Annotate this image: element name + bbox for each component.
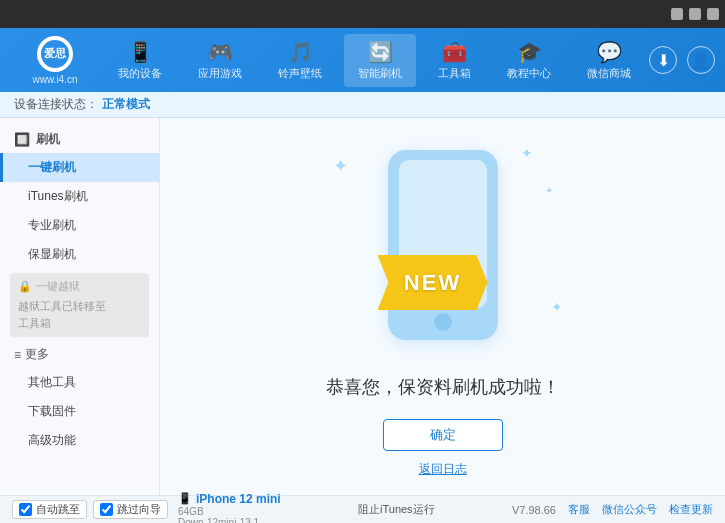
title-bar <box>0 0 725 28</box>
lock-icon: 🔒 <box>18 280 32 293</box>
itunes-status: 阻止iTunes运行 <box>358 502 435 517</box>
device-name: iPhone 12 mini <box>196 492 281 506</box>
sidebar-item-one-key-flash[interactable]: 一键刷机 <box>0 153 159 182</box>
nav-my-device[interactable]: 📱 我的设备 <box>104 34 176 87</box>
status-value: 正常模式 <box>102 96 150 113</box>
device-icon: 📱 <box>178 492 192 505</box>
nav-toolbox[interactable]: 🧰 工具箱 <box>424 34 485 87</box>
sidebar-item-pro-flash[interactable]: 专业刷机 <box>0 211 159 240</box>
success-title: 恭喜您，保资料刷机成功啦！ <box>326 375 560 399</box>
nav-apps-games-label: 应用游戏 <box>198 66 242 81</box>
sidebar-item-advanced[interactable]: 高级功能 <box>0 426 159 455</box>
device-storage: 64GB <box>178 506 281 517</box>
flash-section-title: 🔲 刷机 <box>0 126 159 153</box>
more-section-title: ≡ 更多 <box>0 341 159 368</box>
nav-smart-flash[interactable]: 🔄 智能刷机 <box>344 34 416 87</box>
toolbox-icon: 🧰 <box>442 40 467 64</box>
bottom-right: V7.98.66 客服 微信公众号 检查更新 <box>512 502 713 517</box>
logo-area: 爱思 www.i4.cn <box>10 36 100 85</box>
my-device-icon: 📱 <box>128 40 153 64</box>
wechat-link[interactable]: 微信公众号 <box>602 502 657 517</box>
phone-home-button <box>434 313 452 331</box>
bottom-center: 阻止iTunes运行 <box>358 502 435 517</box>
sidebar-item-itunes-flash[interactable]: iTunes刷机 <box>0 182 159 211</box>
device-firmware: Down-12mini-13,1 <box>178 517 281 524</box>
ringtone-icon: 🎵 <box>288 40 313 64</box>
nav-wechat-shop[interactable]: 💬 微信商城 <box>573 34 645 87</box>
nav-ringtone-label: 铃声壁纸 <box>278 66 322 81</box>
sidebar-item-download-firmware[interactable]: 下载固件 <box>0 397 159 426</box>
device-info-left: 📱 iPhone 12 mini 64GB Down-12mini-13,1 <box>178 492 281 524</box>
skip-wizard-input[interactable] <box>100 503 113 516</box>
maximize-button[interactable] <box>689 8 701 20</box>
nav-tutorial[interactable]: 🎓 教程中心 <box>493 34 565 87</box>
skip-wizard-checkbox[interactable]: 跳过向导 <box>93 500 168 519</box>
user-button[interactable]: 👤 <box>687 46 715 74</box>
nav-right-buttons: ⬇ 👤 <box>649 46 715 74</box>
nav-items: 📱 我的设备 🎮 应用游戏 🎵 铃声壁纸 🔄 智能刷机 🧰 工具箱 🎓 教程中心… <box>100 34 649 87</box>
nav-toolbox-label: 工具箱 <box>438 66 471 81</box>
auto-jump-checkbox[interactable]: 自动跳至 <box>12 500 87 519</box>
status-label: 设备连接状态： <box>14 96 98 113</box>
logo-url: www.i4.cn <box>32 74 77 85</box>
success-illustration: ✦ ✦ ✦ ✦ NEW <box>303 135 583 355</box>
close-button[interactable] <box>707 8 719 20</box>
version-text: V7.98.66 <box>512 504 556 516</box>
more-icon: ≡ <box>14 348 21 362</box>
sparkle-1: ✦ <box>333 155 348 177</box>
nav-tutorial-label: 教程中心 <box>507 66 551 81</box>
tutorial-icon: 🎓 <box>517 40 542 64</box>
wechat-shop-icon: 💬 <box>597 40 622 64</box>
main-layout: 🔲 刷机 一键刷机 iTunes刷机 专业刷机 保显刷机 🔒 一键越狱 越狱工具… <box>0 118 725 495</box>
jailbreak-description: 越狱工具已转移至工具箱 <box>18 298 141 331</box>
nav-apps-games[interactable]: 🎮 应用游戏 <box>184 34 256 87</box>
device-name-area: 📱 iPhone 12 mini <box>178 492 281 506</box>
confirm-button[interactable]: 确定 <box>383 419 503 451</box>
status-bar: 设备连接状态： 正常模式 <box>0 92 725 118</box>
more-section: ≡ 更多 其他工具 下载固件 高级功能 <box>0 341 159 455</box>
sparkle-4: ✦ <box>545 185 553 196</box>
jailbreak-section: 🔒 一键越狱 越狱工具已转移至工具箱 <box>10 273 149 337</box>
bottom-left: 自动跳至 跳过向导 📱 iPhone 12 mini 64GB Down-12m… <box>12 492 281 524</box>
apps-games-icon: 🎮 <box>208 40 233 64</box>
return-link[interactable]: 返回日志 <box>419 461 467 478</box>
phone-illustration: NEW <box>388 150 498 340</box>
jailbreak-title: 🔒 一键越狱 <box>18 279 141 294</box>
nav-my-device-label: 我的设备 <box>118 66 162 81</box>
sparkle-2: ✦ <box>521 145 533 161</box>
nav-smart-flash-label: 智能刷机 <box>358 66 402 81</box>
minimize-button[interactable] <box>671 8 683 20</box>
nav-ringtone-wallpaper[interactable]: 🎵 铃声壁纸 <box>264 34 336 87</box>
flash-section-label: 刷机 <box>36 131 60 148</box>
flash-section-icon: 🔲 <box>14 132 30 147</box>
sidebar: 🔲 刷机 一键刷机 iTunes刷机 专业刷机 保显刷机 🔒 一键越狱 越狱工具… <box>0 118 160 495</box>
bottom-bar: 自动跳至 跳过向导 📱 iPhone 12 mini 64GB Down-12m… <box>0 495 725 523</box>
top-nav: 爱思 www.i4.cn 📱 我的设备 🎮 应用游戏 🎵 铃声壁纸 🔄 智能刷机… <box>0 28 725 92</box>
new-badge: NEW <box>378 255 488 310</box>
content-area: ✦ ✦ ✦ ✦ NEW 恭喜您，保资料刷机成功啦！ 确定 返回日志 <box>160 118 725 495</box>
nav-wechat-shop-label: 微信商城 <box>587 66 631 81</box>
smart-flash-icon: 🔄 <box>368 40 393 64</box>
flash-section: 🔲 刷机 一键刷机 iTunes刷机 专业刷机 保显刷机 <box>0 126 159 269</box>
sparkle-3: ✦ <box>551 299 563 315</box>
sidebar-item-save-flash[interactable]: 保显刷机 <box>0 240 159 269</box>
support-link[interactable]: 客服 <box>568 502 590 517</box>
sidebar-item-other-tools[interactable]: 其他工具 <box>0 368 159 397</box>
auto-jump-input[interactable] <box>19 503 32 516</box>
logo-icon: 爱思 <box>37 36 73 72</box>
check-update-link[interactable]: 检查更新 <box>669 502 713 517</box>
download-button[interactable]: ⬇ <box>649 46 677 74</box>
